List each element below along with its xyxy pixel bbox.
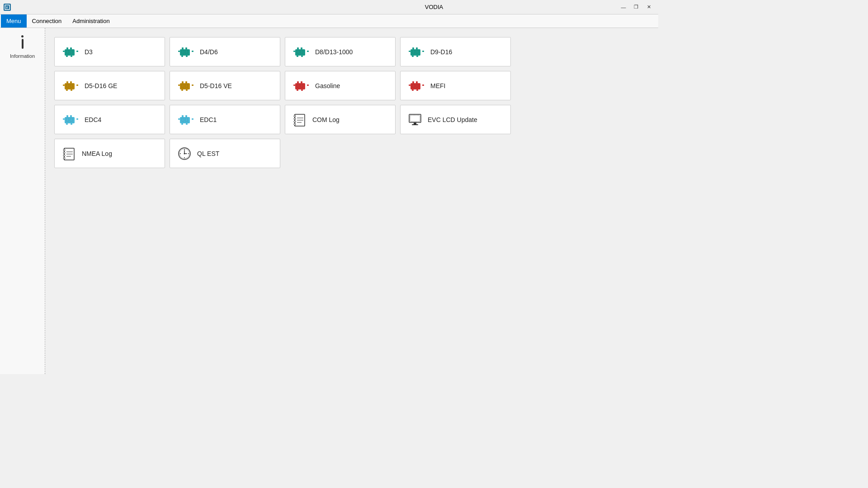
tile-d5d16ve[interactable]: D5-D16 VE <box>170 71 280 100</box>
tile-nmealog[interactable]: NMEA Log <box>54 139 165 168</box>
svg-rect-45 <box>66 84 69 88</box>
window-controls: — ❐ ✕ <box>618 3 655 12</box>
svg-rect-63 <box>297 84 299 88</box>
tile-qlest[interactable]: QL EST <box>170 139 280 168</box>
svg-rect-23 <box>293 51 295 52</box>
svg-rect-33 <box>422 51 424 52</box>
close-button[interactable]: ✕ <box>643 3 655 12</box>
svg-rect-6 <box>76 51 78 52</box>
svg-rect-44 <box>71 89 72 91</box>
svg-rect-16 <box>181 56 183 57</box>
svg-rect-38 <box>65 83 75 89</box>
svg-rect-85 <box>185 115 187 117</box>
tile-label-mefi: MEFI <box>430 82 445 89</box>
tab-administration[interactable]: Administration <box>67 14 115 28</box>
svg-rect-7 <box>66 56 68 57</box>
svg-rect-13 <box>185 47 187 49</box>
svg-rect-48 <box>182 81 184 83</box>
svg-rect-5 <box>63 51 65 52</box>
edc4-engine-icon <box>62 113 79 126</box>
tile-evclcd[interactable]: EVC LCD Update <box>400 105 511 134</box>
svg-rect-69 <box>422 84 424 86</box>
svg-rect-47 <box>180 83 190 89</box>
svg-rect-9 <box>66 50 69 54</box>
tile-d5d16ge[interactable]: D5-D16 GE <box>54 71 165 100</box>
tile-label-d4d6: D4/D6 <box>200 48 218 56</box>
gasoline-engine-icon <box>292 80 310 92</box>
qlest-clock-icon <box>177 146 192 161</box>
svg-rect-103 <box>414 122 416 124</box>
tile-grid: D3 D4/D6 <box>54 37 649 168</box>
title-bar-left: V <box>4 4 11 11</box>
d8d13-engine-icon <box>292 46 310 58</box>
svg-rect-19 <box>185 50 188 54</box>
svg-rect-18 <box>182 50 184 54</box>
d5d16ge-engine-icon <box>62 80 79 92</box>
svg-rect-41 <box>63 84 65 86</box>
svg-point-107 <box>63 149 65 151</box>
tile-label-evclcd: EVC LCD Update <box>428 116 477 123</box>
svg-rect-26 <box>301 56 303 57</box>
tile-d8d13[interactable]: D8/D13-1000 <box>285 37 396 66</box>
tile-edc1[interactable]: EDC1 <box>170 105 280 134</box>
svg-point-96 <box>294 121 296 122</box>
tile-comlog[interactable]: COM Log <box>285 105 396 134</box>
svg-rect-58 <box>301 81 302 83</box>
svg-rect-62 <box>301 89 303 91</box>
menu-bar: Menu Connection Administration <box>0 14 658 28</box>
sidebar-item-information[interactable]: Information <box>2 32 43 62</box>
svg-point-95 <box>294 118 296 120</box>
svg-rect-67 <box>416 81 418 83</box>
tile-d3[interactable]: D3 <box>54 37 165 66</box>
svg-rect-10 <box>70 50 72 54</box>
tab-connection[interactable]: Connection <box>27 14 67 28</box>
svg-rect-60 <box>307 84 309 86</box>
svg-rect-56 <box>295 83 305 89</box>
tile-d4d6[interactable]: D4/D6 <box>170 37 280 66</box>
svg-point-109 <box>63 155 65 156</box>
tile-label-d5d16ge: D5-D16 GE <box>85 82 117 89</box>
svg-rect-53 <box>186 89 188 91</box>
svg-rect-2 <box>65 49 75 56</box>
svg-point-122 <box>184 153 185 154</box>
svg-rect-35 <box>416 56 418 57</box>
svg-rect-8 <box>71 56 72 57</box>
svg-rect-4 <box>70 47 72 49</box>
svg-rect-22 <box>301 47 302 49</box>
tile-d9d16[interactable]: D9-D16 <box>400 37 511 66</box>
svg-rect-11 <box>180 49 190 56</box>
svg-rect-52 <box>181 89 183 91</box>
tile-label-d9d16: D9-D16 <box>430 48 452 56</box>
svg-rect-76 <box>70 115 72 117</box>
svg-rect-39 <box>66 81 68 83</box>
app-icon: V <box>4 4 11 11</box>
sidebar-item-label: Information <box>10 53 35 59</box>
tile-label-gasoline: Gasoline <box>315 82 340 89</box>
tab-menu[interactable]: Menu <box>1 14 27 28</box>
svg-rect-32 <box>409 51 410 52</box>
svg-rect-81 <box>66 118 69 122</box>
svg-rect-104 <box>412 124 418 125</box>
comlog-notepad-icon <box>292 113 307 127</box>
svg-rect-49 <box>185 81 187 83</box>
tile-label-comlog: COM Log <box>312 116 340 123</box>
svg-rect-72 <box>412 84 415 88</box>
svg-rect-36 <box>412 50 415 54</box>
svg-rect-14 <box>178 51 180 52</box>
svg-rect-78 <box>76 118 78 120</box>
tile-label-qlest: QL EST <box>197 150 219 157</box>
tile-mefi[interactable]: MEFI <box>400 71 511 100</box>
info-icon <box>18 35 27 52</box>
maximize-button[interactable]: ❐ <box>630 3 642 12</box>
svg-rect-64 <box>301 84 303 88</box>
tile-edc4[interactable]: EDC4 <box>54 105 165 134</box>
svg-rect-87 <box>192 118 193 120</box>
svg-rect-42 <box>76 84 78 86</box>
svg-rect-73 <box>416 84 418 88</box>
svg-rect-79 <box>66 123 68 125</box>
minimize-button[interactable]: — <box>618 3 629 12</box>
tile-label-nmealog: NMEA Log <box>82 150 112 157</box>
svg-rect-80 <box>71 123 72 125</box>
svg-rect-51 <box>192 84 193 86</box>
tile-gasoline[interactable]: Gasoline <box>285 71 396 100</box>
